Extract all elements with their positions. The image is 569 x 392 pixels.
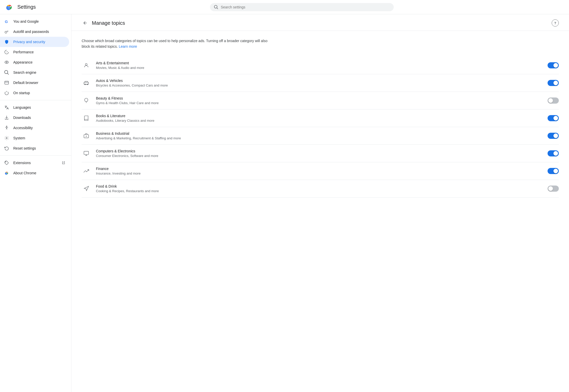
browser-icon: [4, 80, 9, 85]
key-icon: [4, 29, 9, 34]
books-icon: [82, 114, 91, 123]
svg-point-5: [6, 62, 7, 63]
topics-list: Arts & Entertainment Movies, Music & Aud…: [82, 57, 559, 198]
topic-name-autos: Autos & Vehicles: [96, 79, 542, 83]
external-link-icon: [62, 161, 65, 164]
topic-text-autos: Autos & Vehicles Bicycles & Accessories,…: [96, 79, 542, 87]
sidebar-item-on-startup[interactable]: On startup: [0, 88, 69, 98]
content-body: Choose which broad categories of topics …: [71, 31, 569, 205]
topic-text-beauty: Beauty & Fitness Gyms & Health Clubs, Ha…: [96, 96, 542, 105]
search-icon: [214, 5, 218, 9]
system-icon: [4, 136, 9, 141]
sidebar-item-you-and-google[interactable]: G You and Google: [0, 16, 69, 27]
eye-icon: [4, 60, 9, 65]
toggle-arts[interactable]: [548, 62, 559, 68]
sidebar-item-autofill[interactable]: Autofill and passwords: [0, 27, 69, 37]
toggle-finance[interactable]: [548, 168, 559, 174]
sidebar-divider-2: [0, 155, 71, 156]
topic-sub-business: Advertising & Marketing, Recruitment & S…: [96, 136, 542, 140]
topic-name-arts: Arts & Entertainment: [96, 61, 542, 65]
toggle-books[interactable]: [548, 115, 559, 121]
content-header: Manage topics ?: [71, 14, 569, 31]
topic-name-books: Books & Literature: [96, 114, 542, 118]
accessibility-icon: [4, 125, 9, 130]
toggle-computers[interactable]: [548, 150, 559, 156]
content-header-left: Manage topics: [82, 19, 125, 27]
page-title: Settings: [17, 4, 36, 10]
translate-icon: [4, 105, 9, 110]
topic-item-books: Books & Literature Audiobooks, Literary …: [82, 109, 559, 127]
topic-name-beauty: Beauty & Fitness: [96, 96, 542, 100]
sidebar-item-privacy[interactable]: Privacy and security: [0, 37, 69, 47]
topic-text-food: Food & Drink Cooking & Recipes, Restaura…: [96, 184, 542, 193]
svg-point-4: [5, 31, 7, 33]
topic-sub-arts: Movies, Music & Audio and more: [96, 66, 542, 70]
svg-point-15: [85, 63, 87, 65]
sidebar-item-reset[interactable]: Reset settings: [0, 143, 69, 153]
topic-item-arts: Arts & Entertainment Movies, Music & Aud…: [82, 57, 559, 74]
header: Settings: [0, 0, 569, 14]
sidebar-item-system[interactable]: System: [0, 133, 69, 143]
svg-rect-23: [84, 151, 89, 155]
arts-icon: [82, 61, 91, 70]
back-button[interactable]: [82, 19, 89, 27]
sidebar-item-downloads[interactable]: Downloads: [0, 113, 69, 123]
intro-text: Choose which broad categories of topics …: [82, 38, 276, 50]
topic-name-finance: Finance: [96, 167, 542, 171]
topic-sub-finance: Insurance, Investing and more: [96, 172, 542, 175]
beauty-icon: [82, 96, 91, 105]
sidebar-item-languages[interactable]: Languages: [0, 102, 69, 113]
power-icon: [4, 90, 9, 95]
help-button[interactable]: ?: [552, 19, 559, 27]
svg-point-14: [6, 173, 7, 174]
chrome-icon: [4, 170, 9, 176]
svg-rect-6: [5, 81, 9, 84]
main-layout: G You and Google Autofill and passwords …: [0, 14, 569, 392]
reset-icon: [4, 146, 9, 151]
extensions-icon: [4, 160, 9, 165]
sidebar-item-default-browser[interactable]: Default browser: [0, 78, 69, 88]
chrome-logo-icon: [5, 3, 13, 11]
business-icon: [82, 131, 91, 140]
download-icon: [4, 115, 9, 120]
finance-icon: [82, 166, 91, 176]
toggle-autos[interactable]: [548, 80, 559, 86]
topic-name-computers: Computers & Electronics: [96, 149, 542, 153]
topic-sub-food: Cooking & Recipes, Restaurants and more: [96, 189, 542, 193]
topic-text-computers: Computers & Electronics Consumer Electro…: [96, 149, 542, 158]
search-bar[interactable]: [210, 3, 394, 11]
topic-item-computers: Computers & Electronics Consumer Electro…: [82, 145, 559, 162]
google-g-icon: G: [4, 19, 9, 24]
sidebar-item-search-engine[interactable]: Search engine: [0, 67, 69, 78]
topic-text-arts: Arts & Entertainment Movies, Music & Aud…: [96, 61, 542, 70]
topic-sub-computers: Consumer Electronics, Software and more: [96, 154, 542, 158]
topic-item-finance: Finance Insurance, Investing and more: [82, 162, 559, 180]
search-input[interactable]: [221, 5, 390, 9]
shield-icon: [4, 39, 9, 44]
topic-name-food: Food & Drink: [96, 184, 542, 188]
sidebar-item-extensions[interactable]: Extensions: [0, 158, 69, 168]
sidebar-item-appearance[interactable]: Appearance: [0, 57, 69, 67]
svg-point-8: [6, 126, 7, 127]
magnify-icon: [4, 70, 9, 75]
sidebar-divider: [0, 100, 71, 100]
svg-text:G: G: [5, 19, 8, 24]
topic-text-finance: Finance Insurance, Investing and more: [96, 167, 542, 175]
topic-sub-books: Audiobooks, Literary Classics and more: [96, 119, 542, 122]
toggle-food[interactable]: [548, 186, 559, 192]
toggle-beauty[interactable]: [548, 97, 559, 104]
topic-item-business: Business & Industrial Advertising & Mark…: [82, 127, 559, 145]
toggle-business[interactable]: [548, 133, 559, 139]
sidebar: G You and Google Autofill and passwords …: [0, 14, 71, 392]
content-area: Manage topics ? Choose which broad categ…: [71, 14, 569, 392]
sidebar-item-about-chrome[interactable]: About Chrome: [0, 168, 69, 178]
svg-point-2: [8, 6, 10, 8]
learn-more-link[interactable]: Learn more: [119, 44, 137, 48]
gauge-icon: [4, 50, 9, 55]
sidebar-item-performance[interactable]: Performance: [0, 47, 69, 57]
topic-sub-autos: Bicycles & Accessories, Compact Cars and…: [96, 83, 542, 87]
food-icon: [82, 184, 91, 193]
sidebar-item-accessibility[interactable]: Accessibility: [0, 123, 69, 133]
topic-sub-beauty: Gyms & Health Clubs, Hair Care and more: [96, 101, 542, 105]
topic-text-books: Books & Literature Audiobooks, Literary …: [96, 114, 542, 122]
